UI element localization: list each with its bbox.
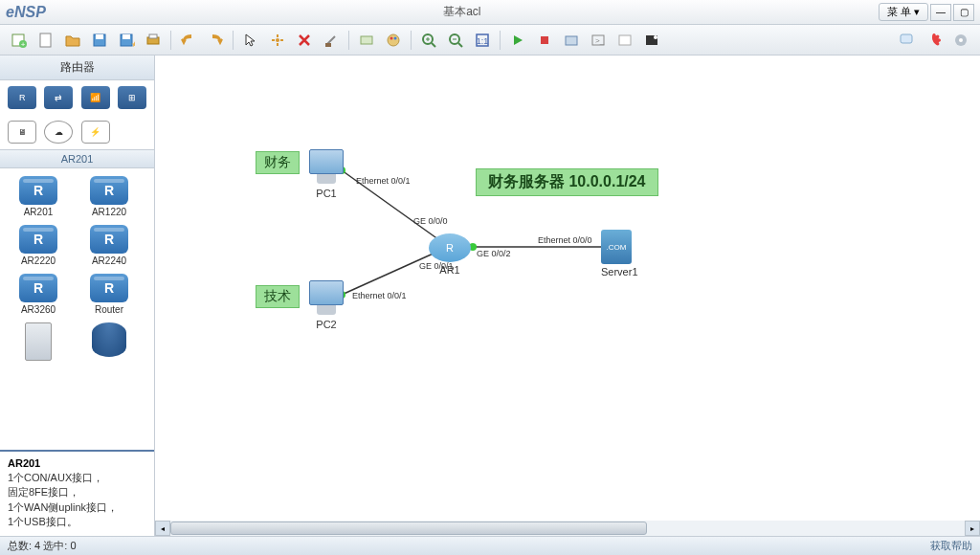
new-topo-icon[interactable]: + [8,29,31,52]
svg-point-15 [390,36,393,39]
svg-rect-25 [619,35,631,45]
scroll-right-icon[interactable]: ▸ [965,521,980,536]
huawei-icon[interactable] [923,29,946,52]
svg-rect-22 [566,36,577,45]
horizontal-scrollbar[interactable]: ◂ ▸ [155,521,980,536]
device-ar2240[interactable]: RAR2240 [82,225,136,266]
print-icon[interactable] [142,29,165,52]
router-category-icon[interactable]: R [8,86,36,109]
open-icon[interactable] [61,29,84,52]
topology-canvas[interactable]: 财务 技术 财务服务器 10.0.0.1/24 PC1 PC2 R AR1 .C… [155,56,980,536]
pc-icon [306,149,346,186]
save-as-icon[interactable]: ★ [115,29,138,52]
if-label: GE 0/0/2 [477,249,511,258]
device-list[interactable]: RAR201 RAR1220 RAR2220 RAR2240 RAR3260 R… [0,168,154,450]
title-bar: eNSP 基本acl 菜 单 ▾ — ▢ [0,0,980,25]
delete-icon[interactable] [293,29,316,52]
svg-rect-10 [149,34,157,38]
screenshot-icon[interactable] [640,29,663,52]
node-pc2[interactable]: PC2 [306,280,346,330]
device-ar3260[interactable]: RAR3260 [11,274,65,315]
document-title: 基本acl [46,4,879,20]
palette-icon[interactable] [382,29,405,52]
pc1-tag: 财务 [256,151,300,174]
svg-text:+: + [21,40,26,49]
save-icon[interactable] [88,29,111,52]
server-icon: .COM [601,230,632,264]
svg-rect-3 [40,33,51,47]
server-tag: 财务服务器 10.0.0.1/24 [476,168,658,196]
node-pc1[interactable]: PC1 [306,149,346,199]
svg-point-11 [276,38,279,42]
svg-rect-12 [325,43,331,47]
blank-icon[interactable] [613,29,636,52]
menu-button[interactable]: 菜 单 ▾ [879,3,928,21]
svg-text:>_: >_ [595,36,605,45]
palette-category-header: 路由器 [0,56,154,80]
pan-icon[interactable] [266,29,289,52]
info-title: AR201 [8,457,146,469]
cloud-category-icon[interactable]: ☁ [44,121,73,144]
help-link[interactable]: 获取帮助 [930,539,972,553]
minimize-button[interactable]: — [930,4,951,21]
svg-text:1:1: 1:1 [477,36,489,46]
scroll-thumb[interactable] [170,522,647,535]
firewall-category-icon[interactable]: ⊞ [118,86,146,109]
category-icons-row-2: 🖥 ☁ ⚡ [0,115,154,149]
wlan-category-icon[interactable]: 📶 [81,86,110,109]
device-ar1220[interactable]: RAR1220 [82,176,136,217]
if-label: Ethernet 0/0/0 [538,235,592,245]
svg-point-34 [959,38,963,42]
chat-icon[interactable] [896,29,919,52]
svg-point-16 [394,36,397,39]
maximize-button[interactable]: ▢ [953,4,974,21]
pc2-tag: 技术 [256,285,300,308]
svg-point-27 [654,35,657,39]
zoom-fit-icon[interactable]: 1:1 [471,29,494,52]
undo-icon[interactable] [177,29,200,52]
broom-icon[interactable] [320,29,343,52]
device-switch[interactable] [11,322,65,363]
start-icon[interactable] [506,29,529,52]
capture-icon[interactable] [560,29,583,52]
device-cylinder[interactable] [82,322,136,363]
connection-category-icon[interactable]: ⚡ [81,121,110,144]
switch-category-icon[interactable]: ⇄ [44,86,73,109]
pc-category-icon[interactable]: 🖥 [8,121,36,144]
pc-icon [306,280,346,317]
svg-line-36 [342,252,437,295]
new-icon[interactable] [34,29,57,52]
if-label: Ethernet 0/0/1 [352,291,407,300]
device-info-panel: AR201 1个CON/AUX接口， 固定8FE接口， 1个WAN侧uplink… [0,450,154,536]
if-label: GE 0/0/0 [413,216,448,226]
svg-text:★: ★ [131,40,135,49]
svg-rect-13 [361,36,372,44]
zoom-in-icon[interactable] [417,29,440,52]
router-icon: R [429,233,471,262]
cli-icon[interactable]: >_ [587,29,610,52]
zoom-out-icon[interactable] [444,29,467,52]
device-ar2220[interactable]: RAR2220 [11,225,65,266]
stop-icon[interactable] [533,29,556,52]
device-router[interactable]: RRouter [82,274,136,315]
svg-rect-5 [96,34,103,39]
redo-icon[interactable] [204,29,227,52]
svg-rect-7 [122,34,130,39]
status-count: 总数: 4 选中: 0 [8,539,77,553]
if-label: GE 0/0/1 [419,261,454,271]
text-icon[interactable] [355,29,378,52]
if-label: Ethernet 0/0/1 [356,176,411,186]
svg-point-14 [388,34,399,46]
main-toolbar: + ★ 1:1 >_ [0,25,980,56]
node-server1[interactable]: .COM Server1 [601,230,638,278]
app-logo: eNSP [6,4,46,21]
settings-icon[interactable] [949,29,972,52]
pointer-icon[interactable] [239,29,262,52]
svg-rect-28 [901,34,912,43]
selected-device-header: AR201 [0,149,154,168]
status-bar: 总数: 4 选中: 0 获取帮助 [0,536,980,555]
scroll-left-icon[interactable]: ◂ [155,521,170,536]
device-ar201[interactable]: RAR201 [11,176,65,217]
device-palette-sidebar: 路由器 R ⇄ 📶 ⊞ 🖥 ☁ ⚡ AR201 RAR201 RAR1220 R… [0,56,155,536]
svg-rect-21 [541,36,548,44]
